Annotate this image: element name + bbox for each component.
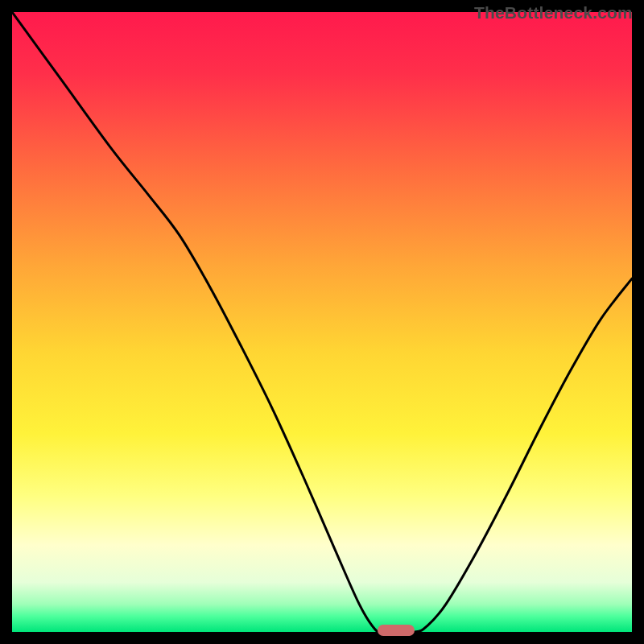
- plot-background: [12, 12, 632, 632]
- bottleneck-plot: [12, 12, 632, 632]
- chart-frame: TheBottleneck.com: [0, 0, 644, 644]
- watermark-text: TheBottleneck.com: [474, 3, 633, 23]
- optimal-point-marker: [378, 625, 415, 636]
